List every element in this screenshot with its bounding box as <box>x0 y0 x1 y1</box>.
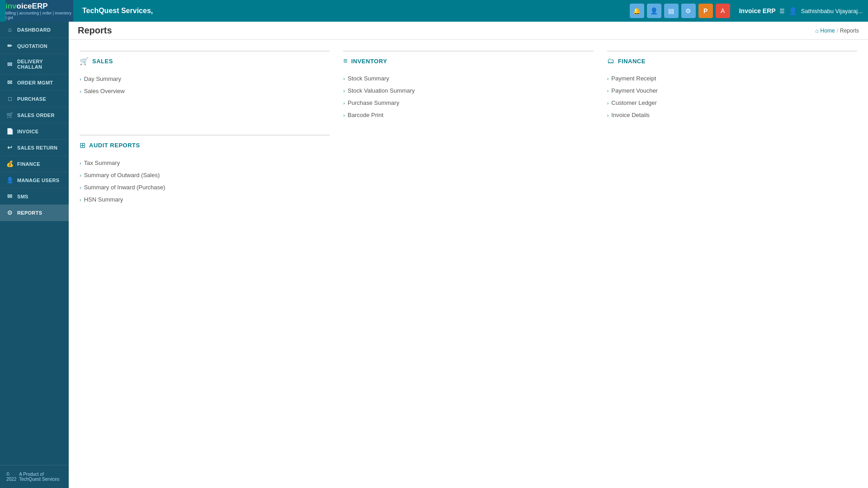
delivery-icon: ✉ <box>6 61 14 68</box>
chevron-icon: › <box>80 185 81 190</box>
reports-grid: 🛒 SALES › Day Summary › Sales Overview <box>80 51 857 219</box>
company-name: TechQuest Services, <box>82 7 625 15</box>
sidebar-label: INVOICE <box>17 129 38 134</box>
red-button[interactable]: A <box>716 4 730 18</box>
chevron-icon: › <box>607 113 609 118</box>
audit-section: ⊞ AUDIT REPORTS › Tax Summary › Summary … <box>80 135 330 206</box>
sidebar-label: MANAGE USERS <box>17 178 59 183</box>
report-item-label: Invoice Details <box>611 112 650 118</box>
report-item-day-summary[interactable]: › Day Summary <box>80 73 330 85</box>
report-item-label: Sales Overview <box>84 88 125 94</box>
sidebar-item-dashboard[interactable]: ⌂ DASHBOARD <box>0 22 69 38</box>
sidebar-item-manage-users[interactable]: 👤 MANAGE USERS <box>0 172 69 188</box>
report-item-label: Stock Valuation Summary <box>348 87 415 94</box>
sidebar-item-delivery-challan[interactable]: ✉ DELIVERY CHALLAN <box>0 54 69 75</box>
finance-reports-icon: 🗂 <box>607 57 614 65</box>
report-item-label: HSN Summary <box>84 196 123 203</box>
sidebar-label: SMS <box>17 194 28 199</box>
sidebar-item-sms[interactable]: ✉ SMS <box>0 188 69 205</box>
logo-area: invoiceERP billing | accounting | order … <box>5 0 73 22</box>
sales-title: SALES <box>92 58 113 65</box>
chevron-icon: › <box>607 76 609 81</box>
chevron-icon: › <box>343 113 345 118</box>
user2-button[interactable]: 👤 <box>647 4 661 18</box>
report-item-summary-inward[interactable]: › Summary of Inward (Purchase) <box>80 181 330 193</box>
report-item-payment-voucher[interactable]: › Payment Voucher <box>607 84 857 97</box>
chevron-icon: › <box>343 76 345 81</box>
report-item-label: Summary of Inward (Purchase) <box>84 184 165 191</box>
report-item-tax-summary[interactable]: › Tax Summary <box>80 157 330 169</box>
dashboard-icon: ⌂ <box>6 26 14 33</box>
report-item-stock-valuation[interactable]: › Stock Valuation Summary <box>343 84 593 97</box>
sidebar-label: FINANCE <box>17 161 40 167</box>
sales-icon: 🛒 <box>80 57 89 66</box>
header-icons: 🔔 👤 ▤ ⚙ P A <box>630 4 730 18</box>
page-title: Reports <box>78 25 112 36</box>
sidebar-item-finance[interactable]: 💰 FINANCE <box>0 156 69 172</box>
doc-button[interactable]: ▤ <box>664 4 679 18</box>
hamburger-icon[interactable]: ☰ <box>779 8 785 14</box>
chevron-icon: › <box>80 89 81 94</box>
sidebar-item-sales-return[interactable]: ↩ SALES RETURN <box>0 140 69 156</box>
report-item-customer-ledger[interactable]: › Customer Ledger <box>607 97 857 109</box>
finance-section: 🗂 FINANCE › Payment Receipt › Payment Vo… <box>607 51 857 121</box>
chevron-icon: › <box>607 100 609 106</box>
order-icon: ✉ <box>6 79 14 86</box>
sidebar-footer: © 2022 A Product of TechQuest Services <box>0 465 69 488</box>
top-header: invoiceERP billing | accounting | order … <box>0 0 868 22</box>
report-item-hsn-summary[interactable]: › HSN Summary <box>80 193 330 206</box>
report-item-label: Payment Receipt <box>611 75 656 82</box>
brand-label: Invoice ERP <box>739 7 776 14</box>
chevron-icon: › <box>80 197 81 202</box>
sales-section: 🛒 SALES › Day Summary › Sales Overview <box>80 51 330 121</box>
sales-order-icon: 🛒 <box>6 112 14 118</box>
footer-year: © 2022 <box>6 472 16 482</box>
report-item-label: Purchase Summary <box>348 99 399 106</box>
sidebar-label: ORDER MGMT <box>17 80 53 85</box>
report-item-barcode-print[interactable]: › Barcode Print <box>343 109 593 121</box>
inventory-title: INVENTORY <box>351 58 387 65</box>
inventory-section: ≡ INVENTORY › Stock Summary › Stock Valu… <box>343 51 593 121</box>
sidebar-item-purchase[interactable]: □ PURCHASE <box>0 91 69 107</box>
audit-title: AUDIT REPORTS <box>89 142 140 149</box>
sidebar-item-sales-order[interactable]: 🛒 SALES ORDER <box>0 107 69 123</box>
sidebar-label: SALES ORDER <box>17 113 55 118</box>
sidebar: ⌂ DASHBOARD ✏ QUOTATION ✉ DELIVERY CHALL… <box>0 22 69 488</box>
report-item-label: Payment Voucher <box>611 87 658 94</box>
username-label: Sathishbabu Vijayaraj... <box>801 8 863 14</box>
logo-sub: billing | accounting | order | inventory… <box>5 11 73 20</box>
chevron-icon: › <box>343 100 345 106</box>
gear-button[interactable]: ⚙ <box>681 4 696 18</box>
main-layout: ⌂ DASHBOARD ✏ QUOTATION ✉ DELIVERY CHALL… <box>0 22 868 488</box>
sidebar-item-order-mgmt[interactable]: ✉ ORDER MGMT <box>0 75 69 91</box>
sidebar-label: SALES RETURN <box>17 145 57 150</box>
sidebar-item-quotation[interactable]: ✏ QUOTATION <box>0 38 69 54</box>
sidebar-label: REPORTS <box>17 210 42 216</box>
finance-icon: 💰 <box>6 160 14 167</box>
sidebar-item-reports[interactable]: ⊙ REPORTS <box>0 205 69 221</box>
invoice-icon: 📄 <box>6 128 14 135</box>
report-item-purchase-summary[interactable]: › Purchase Summary <box>343 97 593 109</box>
sms-icon: ✉ <box>6 193 14 200</box>
manage-users-icon: 👤 <box>6 177 14 183</box>
report-item-label: Customer Ledger <box>611 99 656 106</box>
content-area: Reports ⌂ Home / Reports 🛒 SALES › <box>69 22 868 488</box>
quotation-icon: ✏ <box>6 42 14 49</box>
report-item-invoice-details[interactable]: › Invoice Details <box>607 109 857 121</box>
bell-button[interactable]: 🔔 <box>630 4 644 18</box>
report-item-label: Stock Summary <box>348 75 389 82</box>
report-item-payment-receipt[interactable]: › Payment Receipt <box>607 72 857 84</box>
report-item-summary-outward[interactable]: › Summary of Outward (Sales) <box>80 169 330 181</box>
p-button[interactable]: P <box>698 4 713 18</box>
breadcrumb-home[interactable]: Home <box>821 28 835 34</box>
sidebar-item-invoice[interactable]: 📄 INVOICE <box>0 123 69 140</box>
report-item-stock-summary[interactable]: › Stock Summary <box>343 72 593 84</box>
chevron-icon: › <box>80 76 81 82</box>
user-icon: 👤 <box>788 7 797 15</box>
report-item-sales-overview[interactable]: › Sales Overview <box>80 85 330 97</box>
audit-icon: ⊞ <box>80 141 85 150</box>
chevron-icon: › <box>607 88 609 94</box>
footer-brand: A Product of TechQuest Services <box>19 472 62 482</box>
sidebar-label: DASHBOARD <box>17 27 51 33</box>
chevron-icon: › <box>343 88 345 94</box>
